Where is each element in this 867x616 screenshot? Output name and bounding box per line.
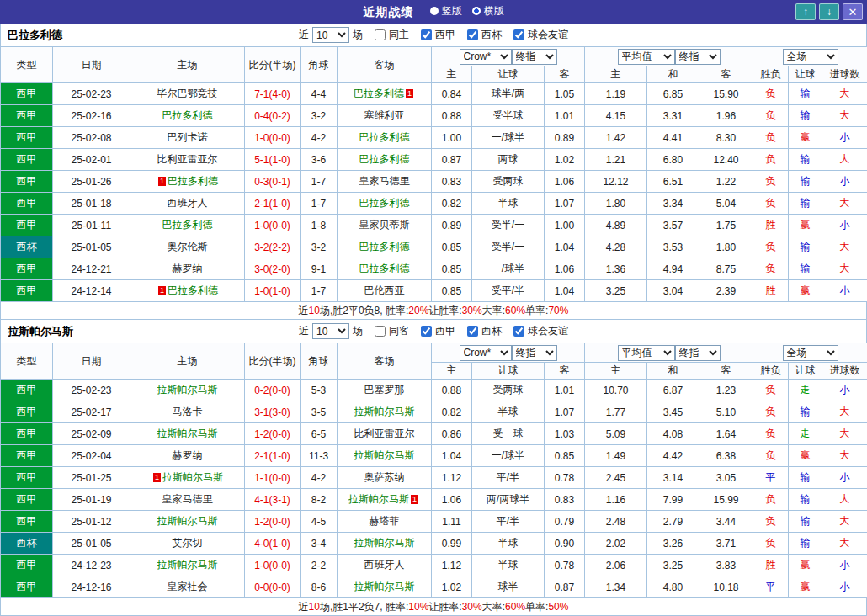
away-team-link[interactable]: 拉斯帕尔马斯 [348,493,409,505]
away-team-link[interactable]: 巴拉多利德 [359,131,410,143]
away-team-link[interactable]: 塞维利亚 [364,109,405,121]
filter-checkbox-同主[interactable] [375,29,386,40]
home-team-link[interactable]: 拉斯帕尔马斯 [157,559,218,571]
home-team-link[interactable]: 拉斯帕尔马斯 [157,515,218,527]
home-team-link[interactable]: 巴拉多利德 [168,284,218,296]
filter-checkbox-西杯[interactable] [467,29,478,40]
home-team-link[interactable]: 巴拉多利德 [162,219,213,231]
home-team-link[interactable]: 奥尔伦斯 [168,241,208,252]
radio-horizontal-layout[interactable]: 横版 [472,4,504,19]
result-handicap: 输 [789,489,822,511]
filter-checkbox-西杯[interactable] [467,326,478,337]
bookmaker-select[interactable]: Crow* [460,49,512,65]
match-score[interactable]: 1-0(0-0) [245,215,301,236]
match-score[interactable]: 3-0(2-0) [245,258,301,280]
match-score[interactable]: 0-2(0-0) [245,380,301,401]
home-team-link[interactable]: 巴拉多利德 [168,175,218,187]
away-team-link[interactable]: 巴伦西亚 [364,284,405,296]
home-team-link[interactable]: 拉斯帕尔马斯 [162,471,223,483]
away-team-link[interactable]: 赫塔菲 [370,515,400,527]
filter-checkbox-西甲[interactable] [421,29,432,40]
match-score[interactable]: 0-0(0-0) [245,576,301,598]
match-score[interactable]: 0-3(0-1) [245,171,301,193]
average-select[interactable]: 平均值 [618,49,675,65]
match-score[interactable]: 3-1(3-0) [245,401,301,423]
away-team-link[interactable]: 皇家马德里 [359,175,410,187]
match-score[interactable]: 7-1(4-0) [245,83,301,105]
home-team-link[interactable]: 毕尔巴鄂竞技 [157,88,218,99]
home-team-link[interactable]: 皇家马德里 [162,493,213,505]
euro-home-odds: 3.25 [585,280,647,302]
away-team-link[interactable]: 巴拉多利德 [359,197,410,209]
home-team-link[interactable]: 马洛卡 [173,406,203,417]
home-team-link[interactable]: 拉斯帕尔马斯 [157,384,218,396]
match-score[interactable]: 1-0(1-0) [245,280,301,302]
match-score[interactable]: 0-4(0-2) [245,105,301,127]
handicap-away-odds: 0.85 [545,445,585,467]
home-team-link[interactable]: 巴列卡诺 [168,131,208,143]
filter-checkbox-西甲[interactable] [421,326,432,337]
away-team-link[interactable]: 巴塞罗那 [364,384,405,396]
match-score[interactable]: 1-2(0-0) [245,511,301,533]
filter-checkbox-球会友谊[interactable] [513,29,524,40]
away-team-link[interactable]: 皇家贝蒂斯 [359,219,410,231]
filter-checkbox-同客[interactable] [375,326,386,337]
filter-checkbox-球会友谊[interactable] [513,326,524,337]
handicap-away-odds: 0.78 [545,555,585,576]
match-score[interactable]: 2-1(1-0) [245,193,301,215]
home-team-link[interactable]: 皇家社会 [168,581,208,592]
radio-vertical-layout[interactable]: 竖版 [430,4,462,19]
match-count-select[interactable]: 10 [312,323,349,339]
scope-select[interactable]: 全场 [783,49,838,65]
bookmaker-select[interactable]: Crow* [460,345,512,361]
scope-select[interactable]: 全场 [783,345,838,361]
away-team-cell: 皇家贝蒂斯 [338,215,432,236]
away-team-link[interactable]: 拉斯帕尔马斯 [354,537,415,549]
handicap-home-odds: 0.85 [432,280,472,302]
match-score[interactable]: 1-2(0-0) [245,423,301,445]
match-score[interactable]: 1-1(0-0) [245,467,301,489]
match-score[interactable]: 1-0(0-0) [245,127,301,149]
home-team-link[interactable]: 赫罗纳 [173,263,203,274]
euro-away-odds: 3.71 [699,533,753,555]
home-team-link[interactable]: 赫罗纳 [173,449,203,461]
home-team-link[interactable]: 比利亚雷亚尔 [157,153,218,165]
away-team-link[interactable]: 比利亚雷亚尔 [354,427,415,439]
handicap-time-select[interactable]: 终指 [512,345,557,361]
summary-segment: 70% [548,305,568,316]
away-team-link[interactable]: 巴拉多利德 [359,153,410,165]
euro-time-select[interactable]: 终指 [675,49,721,65]
match-score[interactable]: 5-1(1-0) [245,149,301,171]
away-team-link[interactable]: 西班牙人 [364,559,405,571]
handicap-time-select[interactable]: 终指 [512,49,557,65]
match-score[interactable]: 2-1(1-0) [245,445,301,467]
move-up-button[interactable]: ↑ [795,3,816,20]
average-select[interactable]: 平均值 [618,345,675,361]
section-header: 巴拉多利德近10场同主西甲西杯球会友谊 [0,24,867,46]
handicap-away-odds: 1.06 [545,171,585,193]
euro-away-odds: 1.64 [699,423,753,445]
match-count-select[interactable]: 10 [312,27,349,43]
euro-draw-odds: 3.31 [647,105,699,127]
match-score[interactable]: 4-0(1-0) [245,533,301,555]
euro-home-odds: 1.36 [585,258,647,280]
home-team-link[interactable]: 西班牙人 [168,197,208,209]
titlebar: 近期战绩 竖版横版 ↑ ↓ ✕ [0,0,867,24]
away-team-link[interactable]: 拉斯帕尔马斯 [354,406,415,417]
away-team-link[interactable]: 巴拉多利德 [359,241,410,252]
move-down-button[interactable]: ↓ [819,3,839,20]
close-button[interactable]: ✕ [843,3,863,20]
match-score[interactable]: 3-2(2-2) [245,236,301,258]
away-team-link[interactable]: 巴拉多利德 [359,263,410,274]
away-team-link[interactable]: 拉斯帕尔马斯 [354,449,415,461]
away-team-link[interactable]: 拉斯帕尔马斯 [354,581,415,592]
away-team-link[interactable]: 奥萨苏纳 [364,471,405,483]
away-team-link[interactable]: 巴拉多利德 [354,88,404,99]
home-team-link[interactable]: 艾尔切 [173,537,203,549]
match-score[interactable]: 4-1(3-1) [245,489,301,511]
match-score[interactable]: 1-0(0-0) [245,555,301,576]
home-team-link[interactable]: 巴拉多利德 [162,109,213,121]
sub-header: 和 [647,363,699,380]
euro-time-select[interactable]: 终指 [675,345,721,361]
home-team-link[interactable]: 拉斯帕尔马斯 [157,427,218,439]
